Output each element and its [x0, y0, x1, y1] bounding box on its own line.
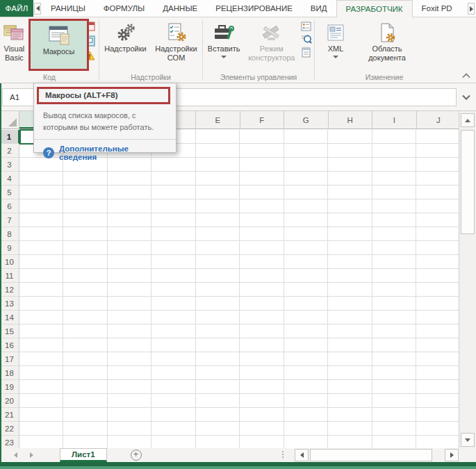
- tab-formulas[interactable]: ФОРМУЛЫ: [95, 0, 154, 17]
- row-header-4[interactable]: 4: [0, 172, 19, 186]
- addins-gears-icon: [115, 21, 136, 44]
- next-sheet-icon[interactable]: [30, 452, 33, 458]
- row-header-11[interactable]: 11: [0, 269, 19, 283]
- row-header-3[interactable]: 3: [0, 158, 19, 172]
- design-mode-button[interactable]: Режим конструктора: [245, 19, 298, 70]
- row-header-8[interactable]: 8: [0, 227, 19, 241]
- row-header-17[interactable]: 17: [0, 352, 19, 366]
- row-header-7[interactable]: 7: [0, 213, 19, 227]
- relative-references-icon[interactable]: [89, 35, 99, 47]
- expand-formula-bar-button[interactable]: [459, 90, 473, 104]
- prev-sheet-icon[interactable]: [14, 452, 17, 458]
- macro-security-icon[interactable]: [89, 51, 99, 60]
- insert-controls-label: Вставить: [208, 44, 240, 54]
- row-header-20[interactable]: 20: [0, 394, 19, 408]
- tab-data[interactable]: ДАННЫЕ: [154, 0, 206, 17]
- row-cells-23[interactable]: [19, 436, 459, 448]
- row-cells-12[interactable]: [19, 283, 459, 297]
- row-cells-11[interactable]: [19, 269, 459, 283]
- column-header-G[interactable]: G: [284, 111, 329, 129]
- row-header-16[interactable]: 16: [0, 338, 19, 352]
- horizontal-scroll-thumb[interactable]: [310, 449, 432, 461]
- horizontal-scrollbar[interactable]: [295, 449, 459, 461]
- run-dialog-icon[interactable]: [302, 47, 311, 58]
- row-cells-19[interactable]: [19, 380, 459, 394]
- tab-foxit-pdf[interactable]: Foxit PD: [413, 0, 452, 17]
- column-header-F[interactable]: F: [240, 111, 285, 129]
- document-panel-label: Область документа: [359, 44, 415, 62]
- tab-scroll-right-button[interactable]: [468, 3, 475, 15]
- row-cells-13[interactable]: [19, 297, 459, 311]
- row-cells-5[interactable]: [19, 186, 459, 199]
- column-header-E[interactable]: E: [196, 111, 240, 129]
- tab-scroll-left-button[interactable]: [34, 3, 41, 15]
- tab-page-layout[interactable]: РАНИЦЫ: [42, 0, 95, 17]
- addins-button[interactable]: Надстройки: [100, 19, 151, 70]
- row-header-13[interactable]: 13: [0, 297, 19, 311]
- view-code-icon[interactable]: [301, 34, 312, 44]
- tab-view[interactable]: ВИД: [302, 0, 336, 17]
- column-header-H[interactable]: H: [329, 111, 373, 129]
- grid-row-16: 16: [0, 338, 459, 352]
- row-cells-22[interactable]: [19, 422, 459, 436]
- row-header-6[interactable]: 6: [0, 199, 19, 213]
- column-header-I[interactable]: I: [372, 111, 417, 129]
- row-header-18[interactable]: 18: [0, 366, 19, 380]
- properties-icon[interactable]: [301, 22, 311, 31]
- row-cells-17[interactable]: [19, 352, 459, 366]
- tab-review[interactable]: РЕЦЕНЗИРОВАНИЕ: [206, 0, 302, 17]
- new-sheet-button[interactable]: +: [131, 450, 142, 461]
- row-cells-10[interactable]: [19, 255, 459, 269]
- arrow-left-icon: [300, 452, 304, 458]
- tab-developer[interactable]: РАЗРАБОТЧИК: [336, 0, 413, 17]
- scroll-down-button[interactable]: [461, 433, 475, 447]
- vertical-scrollbar[interactable]: [459, 111, 476, 448]
- row-cells-9[interactable]: [19, 241, 459, 255]
- row-cells-20[interactable]: [19, 394, 459, 408]
- vertical-scroll-thumb[interactable]: [461, 130, 475, 234]
- row-header-14[interactable]: 14: [0, 311, 19, 324]
- row-header-10[interactable]: 10: [0, 255, 19, 269]
- row-cells-15[interactable]: [19, 324, 459, 338]
- row-header-5[interactable]: 5: [0, 186, 19, 199]
- collapse-ribbon-button[interactable]: [461, 72, 472, 80]
- group-label-edit: Изменение: [329, 73, 440, 81]
- scroll-left-button[interactable]: [295, 449, 309, 461]
- row-cells-6[interactable]: [19, 199, 459, 213]
- insert-dropdown-icon[interactable]: [221, 56, 227, 61]
- row-header-2[interactable]: 2: [0, 144, 19, 158]
- row-header-9[interactable]: 9: [0, 241, 19, 255]
- row-header-23[interactable]: 23: [0, 436, 19, 448]
- row-header-15[interactable]: 15: [0, 324, 19, 338]
- tab-splitter-handle[interactable]: [282, 451, 284, 458]
- row-header-21[interactable]: 21: [0, 408, 19, 422]
- row-cells-21[interactable]: [19, 408, 459, 422]
- xml-button[interactable]: XML: [320, 19, 351, 70]
- column-header-J[interactable]: J: [417, 111, 459, 129]
- document-panel-button[interactable]: Область документа: [359, 19, 415, 70]
- row-cells-7[interactable]: [19, 213, 459, 227]
- macros-button[interactable]: Макросы: [28, 19, 90, 71]
- sheet-tab-list1[interactable]: Лист1: [60, 448, 107, 462]
- insert-controls-button[interactable]: Вставить: [203, 19, 245, 70]
- record-macro-icon[interactable]: [89, 22, 99, 31]
- row-header-1[interactable]: 1: [0, 130, 19, 144]
- row-cells-8[interactable]: [19, 227, 459, 241]
- select-all-corner[interactable]: [0, 111, 19, 129]
- row-header-22[interactable]: 22: [0, 422, 19, 436]
- row-cells-14[interactable]: [19, 311, 459, 324]
- row-header-12[interactable]: 12: [0, 283, 19, 297]
- grid-row-13: 13: [0, 297, 459, 311]
- scroll-right-button[interactable]: [445, 449, 459, 461]
- tooltip-help-link[interactable]: Дополнительные сведения: [59, 145, 167, 161]
- row-cells-18[interactable]: [19, 366, 459, 380]
- tab-file[interactable]: ФАЙЛ: [0, 0, 33, 17]
- xml-dropdown-icon[interactable]: [333, 56, 338, 61]
- ribbon-tab-bar: ФАЙЛ РАНИЦЫ ФОРМУЛЫ ДАННЫЕ РЕЦЕНЗИРОВАНИ…: [0, 0, 476, 17]
- scroll-up-button[interactable]: [461, 113, 475, 127]
- row-header-19[interactable]: 19: [0, 380, 19, 394]
- visual-basic-button[interactable]: Visual Basic: [0, 19, 28, 70]
- row-cells-4[interactable]: [19, 172, 459, 186]
- com-addins-button[interactable]: Надстройки COM: [151, 19, 202, 70]
- row-cells-16[interactable]: [19, 338, 459, 352]
